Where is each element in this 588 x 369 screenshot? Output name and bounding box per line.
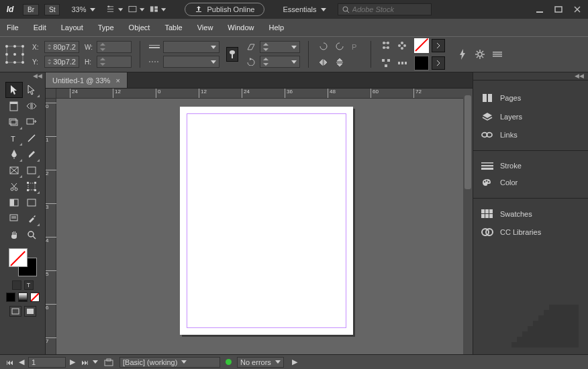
apply-color-button[interactable] <box>6 293 15 302</box>
panel-layers[interactable]: Layers <box>473 107 588 126</box>
align-button-2[interactable] <box>395 39 409 52</box>
ruler-origin[interactable] <box>46 89 56 99</box>
apply-gradient-button[interactable] <box>18 293 28 302</box>
panel-links[interactable]: Links <box>473 126 588 144</box>
chevron-down-icon[interactable] <box>93 360 98 364</box>
workspace-dropdown[interactable]: Essentials <box>277 3 332 15</box>
panel-color[interactable]: Color <box>473 174 588 191</box>
content-placer-tool[interactable] <box>23 114 40 130</box>
bridge-button[interactable]: Br <box>23 4 39 15</box>
quick-apply-button[interactable] <box>456 48 469 61</box>
fill-stroke-swatch[interactable] <box>9 248 37 276</box>
prev-page-button[interactable]: ◀ <box>16 357 27 368</box>
formatting-text-button[interactable]: T <box>24 280 34 290</box>
panel-stroke[interactable]: Stroke <box>473 158 588 174</box>
gradient-swatch-tool[interactable] <box>5 195 23 211</box>
note-tool[interactable] <box>5 211 23 227</box>
rotate-ccw-button[interactable] <box>333 40 346 53</box>
panel-cc-libraries[interactable]: CC Libraries <box>473 223 588 242</box>
menu-type[interactable]: Type <box>95 22 117 33</box>
menu-window[interactable]: Window <box>225 22 256 33</box>
eyedropper-tool[interactable] <box>23 211 40 227</box>
ruler-vertical[interactable]: 01234567 <box>46 99 56 354</box>
direct-selection-tool[interactable] <box>23 82 40 98</box>
hand-tool[interactable] <box>5 227 23 243</box>
zoom-dropdown[interactable]: 33% <box>65 3 101 15</box>
free-transform-tool[interactable] <box>23 178 40 195</box>
fill-swatch[interactable] <box>414 38 429 53</box>
align-button-1[interactable] <box>379 39 393 52</box>
rectangle-frame-tool[interactable] <box>5 162 23 178</box>
panel-menu-button[interactable] <box>491 48 504 61</box>
panel-pages[interactable]: Pages <box>473 89 588 107</box>
menu-edit[interactable]: Edit <box>31 22 49 33</box>
stock-search-field[interactable] <box>352 5 420 13</box>
line-tool[interactable] <box>23 130 40 146</box>
stroke-options-button[interactable] <box>432 56 445 70</box>
menu-layout[interactable]: Layout <box>58 22 86 33</box>
rotate-dropdown[interactable] <box>260 56 300 68</box>
flip-v-button[interactable] <box>333 56 346 69</box>
scrollbar-thumb[interactable] <box>464 95 471 189</box>
apply-none-button[interactable] <box>30 293 40 302</box>
stock-button[interactable]: St <box>44 4 60 15</box>
pencil-tool[interactable] <box>23 146 40 162</box>
document-tab[interactable]: Untitled-1 @ 33% × <box>46 72 128 88</box>
zoom-tool[interactable] <box>23 227 40 243</box>
arrange-docs-button[interactable] <box>150 2 166 17</box>
stroke-style-dropdown[interactable] <box>163 56 219 68</box>
h-field[interactable] <box>97 56 132 68</box>
selection-tool[interactable] <box>5 82 23 98</box>
content-collector-tool[interactable] <box>5 114 23 130</box>
stock-search-input[interactable] <box>338 3 432 15</box>
open-dialog-button[interactable] <box>103 357 114 368</box>
gradient-feather-tool[interactable] <box>23 195 40 211</box>
reference-point-icon[interactable] <box>5 45 24 64</box>
gap-tool[interactable] <box>23 98 40 114</box>
screen-mode-button[interactable] <box>128 2 144 17</box>
menu-table[interactable]: Table <box>162 22 185 33</box>
type-tool[interactable]: T <box>5 130 23 146</box>
panels-collapse-toggle[interactable]: ◀◀ <box>473 72 588 81</box>
publish-online-button[interactable]: Publish Online <box>185 3 264 16</box>
menu-object[interactable]: Object <box>126 22 153 33</box>
ruler-horizontal[interactable]: 24120122436486072 <box>56 89 473 99</box>
x-field[interactable]: 80p7.2 <box>44 41 79 53</box>
fill-options-button[interactable] <box>432 39 445 52</box>
menu-file[interactable]: File <box>4 22 21 33</box>
flip-h-button[interactable] <box>317 56 330 69</box>
shear-dropdown[interactable] <box>260 41 300 53</box>
object-style-dropdown[interactable]: [Basic] (working) <box>119 357 220 368</box>
pen-tool[interactable] <box>5 146 23 162</box>
preflight-dropdown[interactable]: No errors <box>237 357 284 368</box>
normal-view-button[interactable] <box>9 306 21 317</box>
rectangle-tool[interactable] <box>23 162 40 178</box>
settings-button[interactable] <box>473 48 487 61</box>
pin-icon[interactable] <box>226 47 238 62</box>
menu-view[interactable]: View <box>195 22 216 33</box>
scrollbar-vertical[interactable] <box>463 89 473 354</box>
panel-swatches[interactable]: Swatches <box>473 205 588 223</box>
document-tab-close-button[interactable]: × <box>115 76 119 85</box>
window-close-button[interactable] <box>569 3 585 16</box>
scissors-tool[interactable] <box>5 178 23 195</box>
menu-help[interactable]: Help <box>266 22 287 33</box>
status-menu-button[interactable]: ▶ <box>289 357 300 368</box>
paragraph-icon[interactable]: P <box>349 40 362 53</box>
w-field[interactable] <box>97 41 132 53</box>
preview-view-button[interactable] <box>24 306 36 317</box>
formatting-container-button[interactable] <box>12 280 21 290</box>
stroke-swatch[interactable] <box>414 56 429 70</box>
distribute-button-1[interactable] <box>379 56 393 70</box>
window-minimize-button[interactable] <box>532 3 548 16</box>
first-page-button[interactable]: ⏮ <box>4 357 15 368</box>
rotate-cw-button[interactable] <box>317 40 330 53</box>
distribute-button-2[interactable] <box>395 56 409 70</box>
y-field[interactable]: 30p7.2 <box>44 56 79 68</box>
window-maximize-button[interactable] <box>550 3 567 16</box>
next-page-button[interactable]: ▶ <box>67 357 78 368</box>
page-tool[interactable] <box>5 98 23 114</box>
stroke-weight-dropdown[interactable] <box>163 41 219 53</box>
page-number-field[interactable]: 1 <box>28 357 66 368</box>
page[interactable] <box>180 107 353 335</box>
